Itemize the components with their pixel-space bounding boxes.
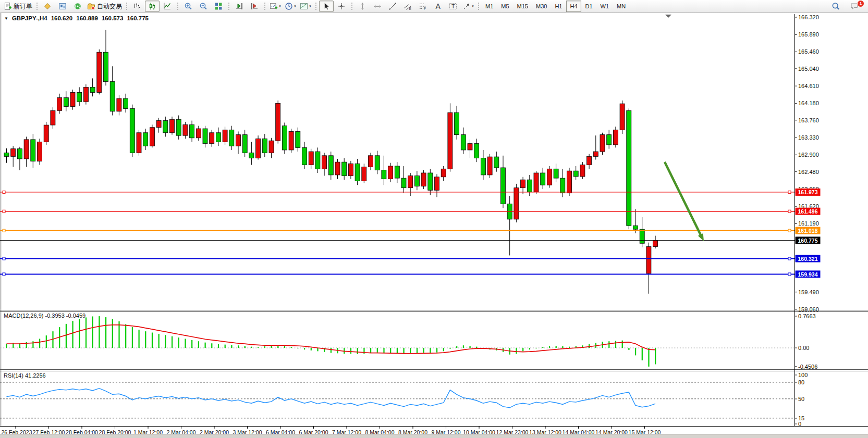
cursor-icon bbox=[322, 2, 331, 10]
svg-text:3 Mar 12:00: 3 Mar 12:00 bbox=[233, 429, 262, 434]
chart-low-value: 160.573 bbox=[102, 15, 124, 21]
fibonacci-button[interactable]: F bbox=[415, 1, 430, 12]
chart-shift-marker[interactable] bbox=[665, 15, 671, 18]
svg-text:50: 50 bbox=[798, 396, 804, 402]
vline-icon bbox=[358, 2, 366, 10]
chart-ohlc-title: ▼ GBPJPY-,H4 160.620 160.889 160.573 160… bbox=[4, 15, 149, 21]
zoom-in-icon bbox=[184, 2, 192, 10]
data-window-button[interactable] bbox=[55, 1, 70, 12]
timeframe-h4[interactable]: H4 bbox=[566, 1, 581, 12]
toolbar-right: 1 bbox=[828, 1, 862, 12]
time-axis[interactable]: 26 Feb 202327 Feb 12:0028 Feb 04:0028 Fe… bbox=[0, 427, 868, 434]
price-line-161.018[interactable] bbox=[0, 229, 795, 232]
auto-trading-button[interactable]: 自动交易 bbox=[85, 1, 124, 12]
chevron-down-icon: ▾ bbox=[279, 4, 281, 8]
search-button[interactable] bbox=[828, 1, 843, 12]
periods-icon bbox=[285, 2, 293, 10]
svg-text:161.496: 161.496 bbox=[798, 208, 818, 215]
rsi-panel bbox=[0, 382, 795, 418]
svg-text:159.060: 159.060 bbox=[798, 306, 819, 312]
timeframe-mn[interactable]: MN bbox=[613, 1, 629, 12]
zoom-in-button[interactable] bbox=[181, 1, 195, 12]
timeframe-m5[interactable]: M5 bbox=[497, 1, 512, 12]
svg-text:6 Mar 04:00: 6 Mar 04:00 bbox=[266, 429, 295, 434]
timeframe-w1[interactable]: W1 bbox=[597, 1, 613, 12]
crosshair-button[interactable] bbox=[334, 1, 349, 12]
new-order-button-label: 新订单 bbox=[14, 2, 32, 11]
auto-scroll-button[interactable] bbox=[232, 1, 247, 12]
svg-text:165.040: 165.040 bbox=[798, 66, 819, 72]
price-line-161.973[interactable] bbox=[0, 191, 795, 193]
notification-badge: 1 bbox=[857, 0, 864, 7]
svg-text:161.018: 161.018 bbox=[798, 228, 818, 234]
periods-button[interactable]: ▾ bbox=[283, 1, 298, 12]
candlestick-chart-button[interactable] bbox=[145, 1, 160, 12]
svg-text:166.320: 166.320 bbox=[798, 14, 819, 20]
svg-text:165.460: 165.460 bbox=[798, 48, 819, 55]
tile-windows-icon bbox=[214, 2, 223, 10]
tile-windows-button[interactable] bbox=[211, 1, 226, 12]
svg-text:14 Mar 04:00: 14 Mar 04:00 bbox=[563, 429, 595, 434]
svg-text:162.900: 162.900 bbox=[798, 152, 819, 158]
text-button[interactable]: A bbox=[431, 1, 445, 12]
svg-text:8 Mar 04:00: 8 Mar 04:00 bbox=[365, 429, 394, 434]
text-label-button[interactable]: T bbox=[446, 1, 460, 12]
toolbar-grip bbox=[351, 2, 353, 10]
svg-text:2 Mar 04:00: 2 Mar 04:00 bbox=[166, 429, 195, 434]
toolbar-grip bbox=[177, 2, 179, 10]
svg-text:9 Mar 12:00: 9 Mar 12:00 bbox=[431, 429, 460, 434]
chart-shift-button[interactable] bbox=[247, 1, 262, 12]
chart-canvas[interactable]: 166.320165.890165.460165.040164.610164.1… bbox=[0, 13, 868, 434]
zoom-out-button[interactable] bbox=[196, 1, 211, 12]
trendline-button[interactable] bbox=[385, 1, 400, 12]
trend-arrow-annotation[interactable] bbox=[665, 162, 704, 241]
channel-icon: E bbox=[404, 2, 412, 10]
horizontal-line-button[interactable] bbox=[370, 1, 385, 12]
chat-button[interactable]: 1 bbox=[847, 1, 862, 12]
price-line-160.321[interactable] bbox=[0, 257, 795, 260]
arrows-button[interactable]: ▾ bbox=[461, 1, 475, 12]
new-chart-button[interactable]: ▾ bbox=[268, 1, 283, 12]
navigator-button[interactable] bbox=[70, 1, 85, 12]
svg-text:162.480: 162.480 bbox=[798, 169, 819, 175]
toolbar-grip bbox=[478, 2, 480, 10]
svg-text:26 Feb 2023: 26 Feb 2023 bbox=[2, 429, 32, 434]
chart-window[interactable]: 166.320165.890165.460165.040164.610164.1… bbox=[0, 12, 868, 434]
svg-text:10 Mar 04:00: 10 Mar 04:00 bbox=[463, 429, 495, 434]
timeframe-m1[interactable]: M1 bbox=[482, 1, 497, 12]
vertical-line-button[interactable] bbox=[355, 1, 370, 12]
fibonacci-icon: F bbox=[419, 2, 427, 10]
price-line-159.934[interactable] bbox=[0, 273, 795, 276]
svg-text:-0.4506: -0.4506 bbox=[798, 364, 817, 370]
svg-text:160.775: 160.775 bbox=[798, 237, 818, 244]
equidistant-channel-button[interactable]: E bbox=[400, 1, 415, 12]
line-chart-button[interactable] bbox=[160, 1, 175, 12]
svg-text:27 Feb 12:00: 27 Feb 12:00 bbox=[33, 429, 65, 434]
timeframe-d1[interactable]: D1 bbox=[582, 1, 596, 12]
templates-button[interactable]: ▾ bbox=[298, 1, 313, 12]
market-watch-button[interactable] bbox=[40, 1, 55, 12]
svg-text:160.321: 160.321 bbox=[798, 256, 818, 262]
bar-chart-button[interactable] bbox=[130, 1, 144, 12]
chart-close-value: 160.775 bbox=[127, 15, 149, 21]
collapse-arrow-icon[interactable]: ▼ bbox=[4, 16, 8, 21]
trendline-icon bbox=[388, 2, 397, 10]
svg-text:T: T bbox=[451, 3, 455, 9]
data-window-icon bbox=[58, 2, 67, 10]
svg-text:163.330: 163.330 bbox=[798, 134, 819, 141]
search-icon bbox=[832, 2, 840, 10]
candlestick-series bbox=[4, 30, 658, 294]
price-axis[interactable]: 166.320165.890165.460165.040164.610164.1… bbox=[795, 14, 819, 427]
chart-symbol-period: GBPJPY-,H4 bbox=[12, 15, 47, 21]
cursor-button[interactable] bbox=[319, 1, 334, 12]
new-order-button[interactable]: 新订单 bbox=[2, 1, 34, 12]
price-line-161.496[interactable] bbox=[0, 210, 795, 212]
timeframe-m15[interactable]: M15 bbox=[514, 1, 532, 12]
text-icon: A bbox=[434, 2, 442, 10]
rsi-indicator-label: RSI(14) 41.2256 bbox=[4, 372, 46, 379]
svg-text:28 Feb 20:00: 28 Feb 20:00 bbox=[99, 429, 131, 434]
timeframe-m30[interactable]: M30 bbox=[532, 1, 551, 12]
svg-text:0.00: 0.00 bbox=[798, 345, 809, 351]
timeframe-h1[interactable]: H1 bbox=[551, 1, 566, 12]
svg-text:F: F bbox=[424, 7, 426, 10]
